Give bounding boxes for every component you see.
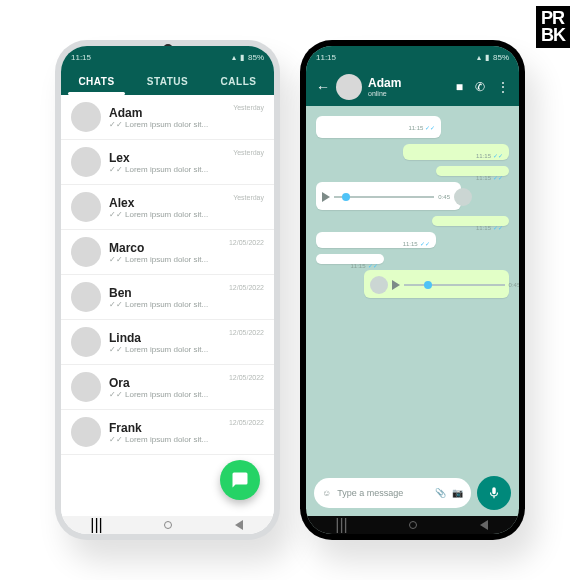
message-received[interactable]: 11:15✓✓: [316, 232, 436, 248]
system-nav: |||: [306, 516, 519, 534]
conversation-header: ← Adam online ■ ✆ ⋮: [306, 68, 519, 106]
contact-name: Lex: [109, 151, 225, 165]
msg-time: 11:15✓✓: [322, 262, 378, 269]
emoji-icon[interactable]: ☺: [322, 488, 331, 498]
preview: Lorem ipsum dolor sit...: [125, 390, 208, 399]
preview: Lorem ipsum dolor sit...: [125, 210, 208, 219]
timestamp: 12/05/2022: [229, 327, 264, 336]
message-sent[interactable]: 11:15✓✓: [403, 144, 509, 160]
battery-pct: 85%: [493, 53, 509, 62]
read-ticks-icon: ✓✓: [109, 120, 123, 129]
mic-icon: [487, 486, 501, 500]
avatar: [71, 237, 101, 267]
timestamp: Yesterday: [233, 102, 264, 111]
list-item[interactable]: Marco ✓✓Lorem ipsum dolor sit... 12/05/2…: [61, 230, 274, 275]
voice-call-icon[interactable]: ✆: [475, 80, 485, 94]
contact-name: Ben: [109, 286, 221, 300]
list-item[interactable]: Linda ✓✓Lorem ipsum dolor sit... 12/05/2…: [61, 320, 274, 365]
mic-button[interactable]: [477, 476, 511, 510]
preview: Lorem ipsum dolor sit...: [125, 120, 208, 129]
read-ticks-icon: ✓✓: [109, 165, 123, 174]
contact-name: Ora: [109, 376, 221, 390]
status-bar: 11:15 ▴ ▮ 85%: [306, 46, 519, 68]
read-ticks-icon: ✓✓: [109, 435, 123, 444]
attach-icon[interactable]: 📎: [435, 488, 446, 498]
system-nav: |||: [61, 516, 274, 534]
avatar: [71, 102, 101, 132]
preview: Lorem ipsum dolor sit...: [125, 345, 208, 354]
preview: Lorem ipsum dolor sit...: [125, 300, 208, 309]
play-icon[interactable]: [392, 280, 400, 290]
tab-calls[interactable]: CALLS: [203, 68, 274, 95]
avatar: [71, 192, 101, 222]
preview: Lorem ipsum dolor sit...: [125, 255, 208, 264]
preview: Lorem ipsum dolor sit...: [125, 435, 208, 444]
top-tabs: CHATS STATUS CALLS: [61, 68, 274, 95]
list-item[interactable]: Alex ✓✓Lorem ipsum dolor sit... Yesterda…: [61, 185, 274, 230]
status-time: 11:15: [71, 53, 91, 62]
status-time: 11:15: [316, 53, 336, 62]
timestamp: 12/05/2022: [229, 417, 264, 426]
new-chat-fab[interactable]: [220, 460, 260, 500]
contact-name: Linda: [109, 331, 221, 345]
play-icon[interactable]: [322, 192, 330, 202]
more-menu-icon[interactable]: ⋮: [497, 80, 509, 94]
read-ticks-icon: ✓✓: [109, 300, 123, 309]
timestamp: 12/05/2022: [229, 372, 264, 381]
message-icon: [231, 471, 249, 489]
list-item[interactable]: Ora ✓✓Lorem ipsum dolor sit... 12/05/202…: [61, 365, 274, 410]
voice-duration: 0:45: [438, 194, 450, 200]
timestamp: Yesterday: [233, 147, 264, 156]
read-ticks-icon: ✓✓: [109, 390, 123, 399]
status-bar: 11:15 ▴ ▮ 85%: [61, 46, 274, 68]
watermark-logo: PR BK: [536, 6, 570, 48]
home-button[interactable]: [406, 520, 420, 530]
back-arrow-icon[interactable]: ←: [316, 79, 330, 95]
voice-track[interactable]: [334, 196, 434, 198]
list-item[interactable]: Frank ✓✓Lorem ipsum dolor sit... 12/05/2…: [61, 410, 274, 455]
chat-status: online: [368, 90, 401, 97]
voice-avatar: [454, 188, 472, 206]
phone-conversation: 11:15 ▴ ▮ 85% ← Adam online ■ ✆ ⋮: [300, 40, 525, 540]
voice-track[interactable]: [404, 284, 504, 286]
avatar[interactable]: [336, 74, 362, 100]
voice-message-sent[interactable]: 0:45: [364, 270, 509, 298]
read-ticks-icon: ✓✓: [109, 345, 123, 354]
tab-chats[interactable]: CHATS: [61, 68, 132, 95]
battery-pct: 85%: [248, 53, 264, 62]
list-item[interactable]: Ben ✓✓Lorem ipsum dolor sit... 12/05/202…: [61, 275, 274, 320]
recent-apps-button[interactable]: |||: [90, 520, 104, 530]
recent-apps-button[interactable]: |||: [335, 520, 349, 530]
avatar: [71, 327, 101, 357]
msg-time: 11:15✓✓: [438, 224, 503, 231]
back-button[interactable]: [477, 520, 491, 530]
list-item[interactable]: Lex ✓✓Lorem ipsum dolor sit... Yesterday: [61, 140, 274, 185]
back-button[interactable]: [232, 520, 246, 530]
message-received[interactable]: 11:15✓✓: [316, 254, 384, 264]
contact-name: Marco: [109, 241, 221, 255]
voice-message-received[interactable]: 0:45: [316, 182, 461, 210]
preview: Lorem ipsum dolor sit...: [125, 165, 208, 174]
message-input[interactable]: ☺ Type a message 📎 📷: [314, 478, 471, 508]
avatar: [71, 147, 101, 177]
timestamp: 12/05/2022: [229, 282, 264, 291]
input-row: ☺ Type a message 📎 📷: [306, 470, 519, 516]
signal-icon: ▴: [477, 53, 481, 62]
message-sent[interactable]: 11:15✓✓: [436, 166, 509, 176]
list-item[interactable]: Adam ✓✓Lorem ipsum dolor sit... Yesterda…: [61, 95, 274, 140]
camera-icon[interactable]: 📷: [452, 488, 463, 498]
message-sent[interactable]: 11:15✓✓: [432, 216, 509, 226]
input-placeholder: Type a message: [337, 488, 429, 498]
tab-status[interactable]: STATUS: [132, 68, 203, 95]
contact-name: Frank: [109, 421, 221, 435]
home-button[interactable]: [161, 520, 175, 530]
timestamp: 12/05/2022: [229, 237, 264, 246]
avatar: [71, 282, 101, 312]
timestamp: Yesterday: [233, 192, 264, 201]
chat-list: Adam ✓✓Lorem ipsum dolor sit... Yesterda…: [61, 95, 274, 516]
contact-name: Alex: [109, 196, 225, 210]
contact-name: Adam: [109, 106, 225, 120]
msg-time: 11:15✓✓: [409, 152, 503, 159]
video-call-icon[interactable]: ■: [456, 80, 463, 94]
message-received[interactable]: 11:15✓✓: [316, 116, 441, 138]
